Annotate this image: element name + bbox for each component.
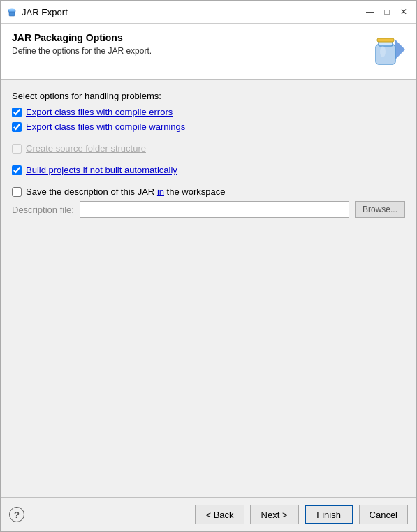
close-button[interactable]: ✕ xyxy=(397,5,411,19)
page-subtitle: Define the options for the JAR export. xyxy=(12,46,370,56)
next-button[interactable]: Next > xyxy=(250,505,299,524)
checkbox-row-source-folder: Create source folder structure xyxy=(12,143,405,154)
footer: ? < Back Next > Finish Cancel xyxy=(1,497,416,531)
in-link: in xyxy=(157,186,164,197)
description-row: Description file: Browse... xyxy=(12,201,405,218)
svg-point-2 xyxy=(8,9,15,11)
compile-warnings-label[interactable]: Export class files with compile warnings xyxy=(26,121,185,132)
build-projects-label[interactable]: Build projects if not built automaticall… xyxy=(26,165,177,175)
build-projects-checkbox[interactable] xyxy=(12,165,22,175)
compile-errors-label[interactable]: Export class files with compile errors xyxy=(26,107,173,117)
problems-label: Select options for handling problems: xyxy=(12,91,405,101)
header-text: JAR Packaging Options Define the options… xyxy=(12,32,370,56)
content-spacer xyxy=(1,300,416,497)
window-title: JAR Export xyxy=(22,7,359,17)
save-description-checkbox[interactable] xyxy=(12,187,22,197)
checkbox-row-compile-errors: Export class files with compile errors xyxy=(12,107,405,117)
back-button[interactable]: < Back xyxy=(195,505,244,524)
svg-rect-6 xyxy=(377,38,394,42)
title-bar: JAR Export — □ ✕ xyxy=(1,1,416,24)
jar-export-dialog: JAR Export — □ ✕ JAR Packaging Options D… xyxy=(0,0,417,532)
window-controls: — □ ✕ xyxy=(363,5,411,19)
page-title: JAR Packaging Options xyxy=(12,32,370,43)
source-folder-checkbox[interactable] xyxy=(12,144,22,154)
spacer1 xyxy=(12,136,405,143)
checkbox-row-compile-warnings: Export class files with compile warnings xyxy=(12,121,405,132)
description-file-label: Description file: xyxy=(12,205,74,215)
cancel-button[interactable]: Cancel xyxy=(359,505,408,524)
compile-errors-checkbox[interactable] xyxy=(12,108,22,117)
spacer3 xyxy=(12,179,405,186)
checkbox-row-save-description: Save the description of this JAR in the … xyxy=(12,186,405,197)
checkbox-row-build-projects: Build projects if not built automaticall… xyxy=(12,165,405,175)
content-area: Select options for handling problems: Ex… xyxy=(1,80,416,300)
finish-button[interactable]: Finish xyxy=(305,505,353,524)
help-button[interactable]: ? xyxy=(9,507,24,522)
svg-point-7 xyxy=(380,46,386,57)
svg-rect-4 xyxy=(376,45,395,64)
header-jar-icon xyxy=(370,32,405,71)
browse-button[interactable]: Browse... xyxy=(355,201,405,218)
compile-warnings-checkbox[interactable] xyxy=(12,122,22,132)
source-folder-label[interactable]: Create source folder structure xyxy=(26,143,146,154)
save-description-label[interactable]: Save the description of this JAR in the … xyxy=(26,186,225,197)
description-file-input[interactable] xyxy=(80,201,349,218)
svg-marker-3 xyxy=(395,39,405,60)
minimize-button[interactable]: — xyxy=(363,5,377,19)
restore-button[interactable]: □ xyxy=(380,5,394,19)
header-section: JAR Packaging Options Define the options… xyxy=(1,24,416,80)
spacer2 xyxy=(12,158,405,165)
title-bar-icon xyxy=(6,6,17,17)
